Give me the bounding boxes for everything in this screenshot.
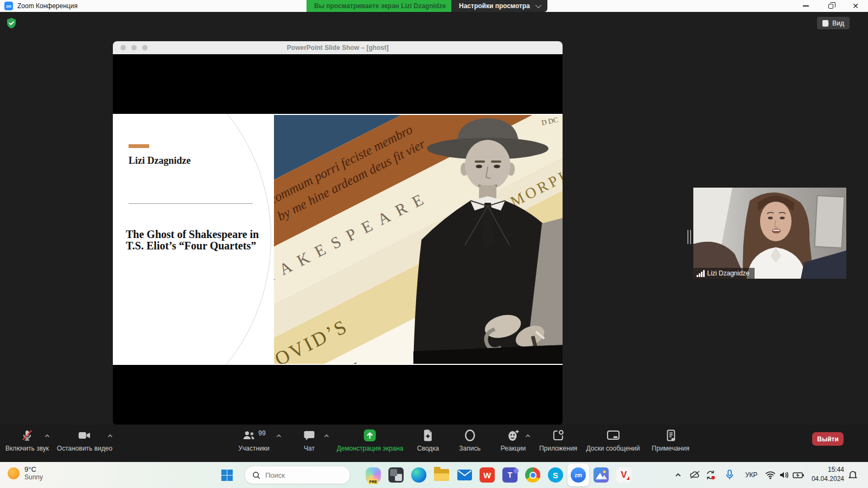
microphone-in-use-icon[interactable]: [725, 470, 734, 480]
start-button[interactable]: [221, 470, 233, 481]
participant-video-tile[interactable]: Lizi Dzagnidze: [693, 188, 846, 279]
zoom-toolbar: Включить звук Остановить видео 99 Участн…: [0, 425, 868, 462]
participant-name: Lizi Dzagnidze: [707, 269, 750, 277]
view-button-label: Вид: [832, 20, 844, 27]
restore-button[interactable]: [818, 0, 843, 12]
reactions-options-caret[interactable]: [524, 432, 532, 442]
video-tile-drag-handle[interactable]: [687, 230, 691, 244]
slide-title-line1: The Ghost of Shakespeare in: [126, 228, 259, 240]
close-icon: ✕: [852, 2, 859, 10]
participants-icon: [242, 429, 256, 442]
show-hidden-icons-chevron[interactable]: [674, 471, 682, 479]
taskbar-mail-icon[interactable]: [457, 467, 472, 483]
ppt-window-title: PowerPoint Slide Show – [ghost]: [287, 44, 388, 52]
view-settings-dropdown[interactable]: Настройки просмотра: [451, 0, 547, 12]
notes-label: Примечания: [652, 445, 689, 452]
taskbar-clock[interactable]: 15:44 04.04.2024: [812, 465, 844, 484]
participants-button[interactable]: 99 Участники: [238, 429, 269, 452]
window-controls: ✕: [793, 0, 868, 12]
shared-screen-powerpoint-window: PowerPoint Slide Show – [ghost] Lizi Dza…: [113, 41, 563, 425]
slide: Lizi Dzagnidze The Ghost of Shakespeare …: [113, 114, 563, 365]
camera-icon: [78, 429, 92, 442]
notification-bell-icon[interactable]: z: [847, 470, 858, 480]
volume-icon[interactable]: [779, 471, 790, 479]
sync-status-icon[interactable]: [705, 470, 716, 480]
whiteboards-label: Доски сообщений: [586, 445, 640, 452]
reactions-label: Реакции: [501, 445, 526, 452]
unmute-button[interactable]: Включить звук: [5, 429, 49, 452]
video-options-caret[interactable]: [106, 432, 114, 442]
taskbar-edge-icon[interactable]: [411, 467, 426, 483]
slide-collage-image: commum porri feciste membro by me hine a…: [274, 115, 563, 364]
participants-options-caret[interactable]: [275, 432, 283, 442]
record-label: Запись: [459, 445, 480, 452]
ppt-close-icon: [120, 45, 126, 50]
wifi-icon[interactable]: [765, 471, 776, 479]
unmute-label: Включить звук: [5, 445, 49, 452]
windows-logo-icon: [221, 470, 227, 475]
svg-text:z: z: [854, 471, 857, 474]
zoom-app-icon: zm: [4, 2, 13, 10]
taskbar-skype-icon[interactable]: S: [548, 467, 563, 483]
slide-title-line2: T.S. Eliot’s “Four Quartets”: [126, 240, 256, 252]
view-button[interactable]: Вид: [817, 17, 850, 29]
mic-muted-icon: [21, 429, 34, 442]
slide-title: The Ghost of Shakespeare in T.S. Eliot’s…: [126, 229, 264, 252]
whiteboards-button[interactable]: Доски сообщений: [586, 429, 640, 452]
chevron-down-icon: [535, 2, 541, 8]
close-button[interactable]: ✕: [843, 0, 868, 12]
audio-options-caret[interactable]: [43, 432, 51, 442]
share-screen-icon: [363, 429, 377, 442]
search-input[interactable]: [265, 471, 336, 479]
window-titlebar: zm Zoom Конференция Вы просматриваете эк…: [0, 0, 868, 12]
windows-taskbar: 9°C Sunny PRE W T: [0, 462, 868, 488]
zoom-meeting-window: zm Zoom Конференция Вы просматриваете эк…: [0, 0, 868, 488]
weather-description: Sunny: [24, 473, 43, 481]
language-indicator[interactable]: УКР: [745, 471, 758, 479]
record-button[interactable]: Запись: [459, 429, 480, 452]
leave-button[interactable]: Выйти: [812, 432, 844, 446]
taskbar-wps-icon[interactable]: W: [480, 467, 495, 483]
chat-label: Чат: [304, 445, 315, 452]
apps-label: Приложения: [539, 445, 577, 452]
taskbar-zoom-icon[interactable]: zm: [571, 467, 586, 483]
participants-count: 99: [258, 429, 265, 437]
stop-video-button[interactable]: Остановить видео: [57, 429, 112, 452]
clock-time: 15:44: [812, 465, 844, 474]
chat-button[interactable]: Чат: [303, 429, 316, 452]
ppt-traffic-light-buttons: [120, 45, 148, 50]
taskbar-file-explorer-icon[interactable]: [434, 467, 449, 483]
onedrive-paused-icon[interactable]: [690, 471, 700, 479]
security-shield-icon[interactable]: [6, 17, 17, 31]
search-icon: [252, 471, 260, 479]
reactions-button[interactable]: Реакции: [501, 429, 526, 452]
share-screen-button[interactable]: Демонстрация экрана: [337, 429, 404, 452]
slide-author: Lizi Dzagnidze: [129, 155, 191, 166]
apps-button[interactable]: Приложения: [539, 429, 577, 452]
taskbar-teams-icon[interactable]: T: [502, 467, 518, 483]
chat-icon: [303, 429, 316, 442]
sun-weather-icon: [8, 467, 20, 479]
ppt-minimize-icon: [131, 45, 137, 50]
notes-icon: [664, 429, 677, 442]
taskbar-search[interactable]: [244, 466, 350, 484]
clock-date: 04.04.2024: [812, 474, 844, 484]
taskbar-photos-icon[interactable]: [593, 467, 609, 483]
participant-name-label: Lizi Dzagnidze: [693, 268, 755, 279]
ppt-titlebar: PowerPoint Slide Show – [ghost]: [113, 41, 563, 54]
restore-icon: [828, 4, 833, 9]
notes-button[interactable]: Примечания: [652, 429, 689, 452]
reactions-icon: [507, 429, 520, 442]
minimize-button[interactable]: [793, 0, 818, 12]
taskbar-v-logo-icon[interactable]: V: [616, 467, 631, 483]
battery-charging-icon[interactable]: [793, 471, 805, 479]
screen-share-banner: Вы просматриваете экран Lizi Dzagnidze: [307, 0, 454, 12]
window-title: Zoom Конференция: [17, 0, 78, 12]
chat-options-caret[interactable]: [323, 432, 330, 442]
taskbar-weather-widget[interactable]: 9°C Sunny: [8, 465, 43, 481]
taskbar-widgets-icon[interactable]: [388, 467, 404, 483]
taskbar-chrome-icon[interactable]: [525, 467, 540, 483]
summary-icon: [422, 429, 435, 442]
taskbar-copilot-icon[interactable]: PRE: [366, 467, 381, 483]
summary-button[interactable]: Сводка: [417, 429, 439, 452]
